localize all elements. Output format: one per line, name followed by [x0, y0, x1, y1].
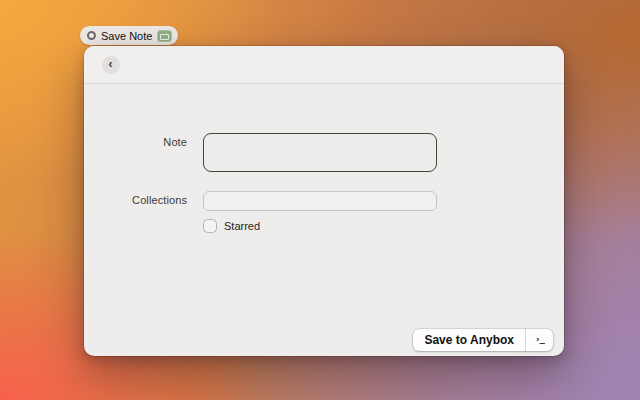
- collections-input[interactable]: [203, 191, 437, 211]
- starred-label: Starred: [224, 220, 260, 232]
- run-shortcut-button[interactable]: ›_: [526, 329, 553, 351]
- note-label: Note: [84, 136, 187, 148]
- back-button[interactable]: ‹: [102, 56, 120, 74]
- starred-checkbox[interactable]: [203, 219, 217, 233]
- save-note-window: ‹ Note Collections Starred Save to Anybo…: [84, 46, 564, 356]
- menubar-save-note-item[interactable]: Save Note: [80, 26, 178, 45]
- form-area: Note Collections Starred Save to Anybox …: [84, 84, 564, 356]
- chevron-left-icon: ‹: [109, 58, 113, 70]
- gear-icon: [87, 31, 96, 40]
- terminal-prompt-icon: ›_: [535, 334, 544, 344]
- starred-row: Starred: [203, 219, 260, 233]
- note-textarea[interactable]: [203, 133, 437, 172]
- collections-label: Collections: [84, 194, 187, 206]
- menubar-item-label: Save Note: [101, 30, 152, 42]
- save-to-anybox-button[interactable]: Save to Anybox: [413, 329, 525, 351]
- save-split-button: Save to Anybox ›_: [413, 329, 553, 351]
- anybox-app-icon: [157, 30, 172, 42]
- window-header: ‹: [84, 46, 564, 84]
